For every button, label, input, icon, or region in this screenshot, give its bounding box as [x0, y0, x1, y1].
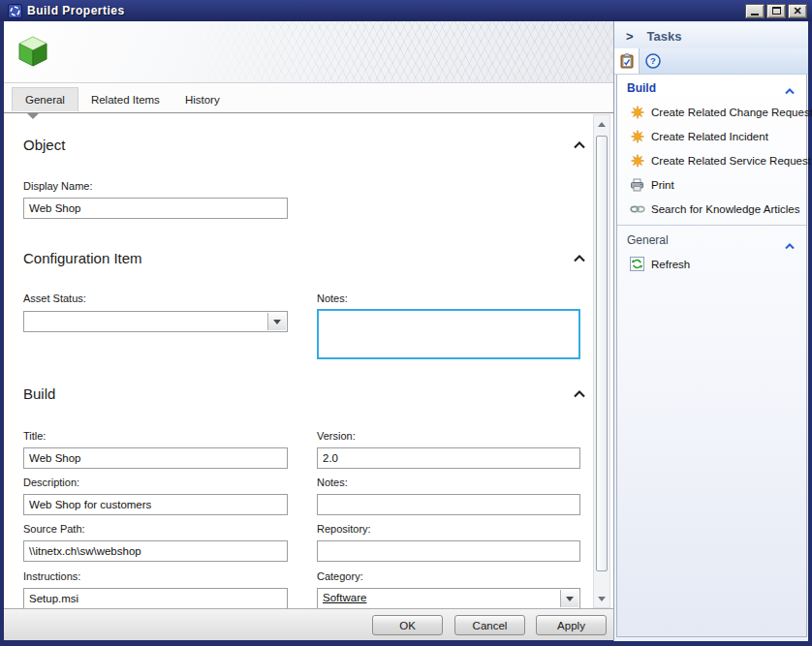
maximize-icon — [772, 7, 781, 15]
repository-input[interactable] — [317, 540, 580, 562]
tasks-pane-header: > Tasks — [614, 23, 808, 48]
tasks-icon-strip: ? — [614, 48, 808, 75]
task-label: Print — [651, 179, 674, 191]
collapse-build-icon[interactable] — [574, 390, 585, 398]
collapse-object-icon[interactable] — [574, 141, 585, 149]
star-icon — [631, 154, 644, 168]
tasks-section-build-title: Build — [627, 81, 656, 95]
ci-notes-textarea[interactable] — [317, 309, 580, 359]
scroll-down-button[interactable] — [595, 591, 609, 606]
category-dropdown-button[interactable] — [560, 590, 578, 607]
tasks-section-general[interactable]: General — [617, 225, 806, 252]
asset-status-label: Asset Status: — [23, 292, 86, 304]
ci-notes-label: Notes: — [317, 292, 348, 304]
button-bar: OK Cancel Apply — [4, 608, 613, 640]
description-label: Description: — [23, 477, 79, 488]
task-print[interactable]: Print — [617, 172, 806, 197]
tab-related-items[interactable]: Related Items — [78, 88, 172, 111]
task-label: Search for Knowledge Articles — [651, 203, 799, 215]
category-combobox[interactable]: Software — [317, 588, 580, 609]
cancel-button[interactable]: Cancel — [454, 615, 525, 635]
chevron-down-icon — [566, 597, 574, 601]
section-title-build: Build — [23, 385, 55, 402]
version-label: Version: — [317, 430, 356, 442]
help-button[interactable]: ? — [640, 48, 667, 74]
section-title-configuration-item: Configuration Item — [23, 250, 142, 266]
collapse-build-tasks-icon[interactable] — [785, 84, 795, 98]
ok-button[interactable]: OK — [372, 615, 443, 635]
triangle-up-icon — [598, 122, 606, 127]
task-create-related-service-request[interactable]: Create Related Service Request — [617, 148, 806, 172]
tab-strip: General Related Items History — [4, 84, 613, 113]
tasks-pane-title: Tasks — [647, 29, 682, 44]
close-icon: ✕ — [793, 6, 801, 16]
minimize-icon — [751, 14, 759, 15]
form-vertical-scrollbar[interactable] — [593, 114, 610, 608]
refresh-icon — [630, 257, 644, 271]
tasks-expander-chevron-icon[interactable]: > — [626, 29, 634, 44]
build-cube-icon — [16, 34, 50, 69]
printer-icon — [630, 178, 644, 192]
tasks-pane: Build Create Related Change Request Crea… — [616, 75, 807, 637]
build-notes-label: Notes: — [317, 477, 348, 488]
asset-status-combobox[interactable] — [23, 311, 288, 332]
svg-text:?: ? — [650, 55, 656, 66]
task-label: Create Related Incident — [651, 131, 768, 142]
minimize-button[interactable] — [745, 4, 765, 18]
title-bar: Build Properties ✕ — [0, 0, 812, 21]
scrollbar-thumb[interactable] — [596, 136, 608, 571]
tasks-tab-button[interactable] — [614, 48, 640, 74]
section-title-object: Object — [23, 137, 65, 153]
tasks-sidebar: > Tasks ? Build — [613, 21, 808, 641]
asset-status-dropdown-button[interactable] — [267, 313, 286, 330]
category-label: Category: — [317, 570, 363, 582]
category-value-link[interactable]: Software — [323, 592, 366, 603]
tab-history[interactable]: History — [172, 88, 233, 111]
version-input[interactable] — [317, 447, 580, 469]
main-panel: General Related Items History Object Dis… — [4, 21, 613, 640]
task-search-knowledge-articles[interactable]: Search for Knowledge Articles — [617, 197, 806, 221]
help-icon: ? — [645, 53, 661, 69]
tasks-section-general-title: General — [627, 233, 669, 247]
star-icon — [631, 106, 644, 119]
form-scroll-area: Object Display Name: Configuration Item … — [4, 114, 593, 608]
link-icon — [630, 204, 645, 214]
collapse-general-tasks-icon[interactable] — [785, 239, 795, 253]
description-input[interactable] — [23, 494, 288, 515]
chevron-down-icon — [273, 320, 281, 324]
window-title: Build Properties — [27, 4, 125, 17]
instructions-input[interactable] — [23, 588, 288, 609]
scroll-up-button[interactable] — [595, 116, 609, 132]
source-path-input[interactable] — [23, 540, 288, 562]
build-notes-input[interactable] — [317, 494, 580, 515]
apply-button[interactable]: Apply — [536, 615, 607, 635]
tab-general[interactable]: General — [12, 87, 78, 111]
display-name-input[interactable] — [23, 198, 288, 219]
display-name-label: Display Name: — [23, 180, 93, 192]
task-refresh[interactable]: Refresh — [617, 252, 806, 276]
task-create-related-incident[interactable]: Create Related Incident — [617, 124, 806, 148]
title-input[interactable] — [23, 447, 288, 469]
title-label: Title: — [23, 430, 46, 442]
header-banner — [4, 21, 613, 83]
triangle-down-icon — [598, 597, 606, 601]
collapse-configuration-item-icon[interactable] — [574, 255, 585, 262]
instructions-label: Instructions: — [23, 570, 80, 582]
app-icon — [8, 4, 22, 18]
maximize-button[interactable] — [766, 4, 786, 18]
tasks-section-build[interactable]: Build — [617, 75, 806, 100]
mesh-decoration — [187, 21, 613, 82]
task-label: Refresh — [651, 259, 690, 270]
close-button[interactable]: ✕ — [788, 4, 807, 18]
task-label: Create Related Service Request — [651, 155, 811, 167]
source-path-label: Source Path: — [23, 523, 85, 535]
clipboard-icon — [620, 53, 634, 69]
task-create-related-change-request[interactable]: Create Related Change Request — [617, 100, 806, 124]
build-properties-window: Build Properties ✕ General Related Items… — [0, 0, 812, 646]
star-icon — [631, 130, 644, 143]
active-tab-pointer-icon — [27, 113, 39, 119]
repository-label: Repository: — [317, 523, 371, 535]
task-label: Create Related Change Request — [651, 107, 812, 118]
